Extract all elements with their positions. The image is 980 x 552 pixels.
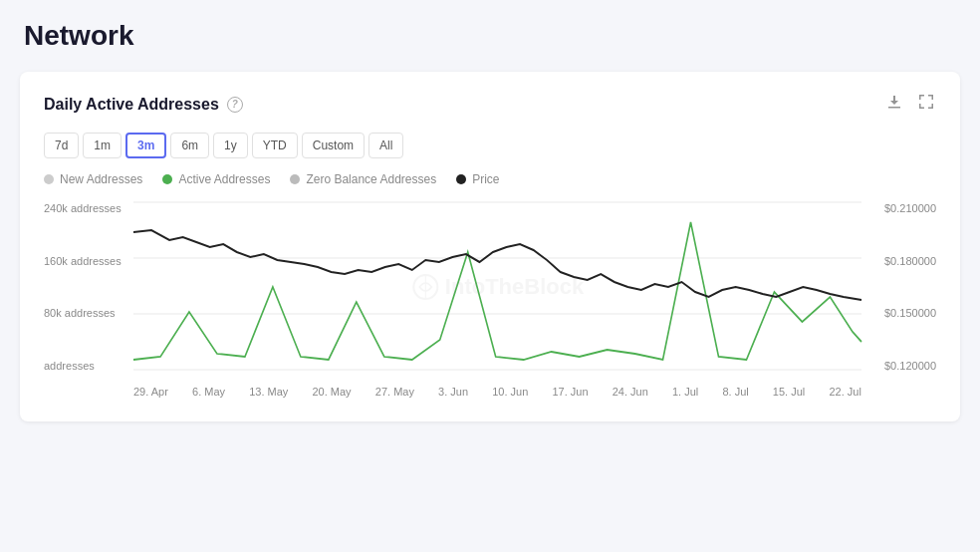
filter-7d[interactable]: 7d [44,133,79,158]
legend-dot-price [456,174,466,184]
legend-dot-zero [290,174,300,184]
chart-container: 240k addresses 160k addresses 80k addres… [44,202,936,402]
x-label-jul22: 22. Jul [829,386,860,398]
help-icon[interactable]: ? [227,97,243,113]
legend-active-addresses: Active Addresses [162,172,270,186]
legend-label-price: Price [472,172,499,186]
legend-label-zero: Zero Balance Addresses [306,172,436,186]
y-label-0: addresses [44,360,133,372]
x-label-may13: 13. May [249,386,288,398]
y-labels-right: $0.210000 $0.180000 $0.150000 $0.120000 [866,202,936,372]
x-label-jul8: 8. Jul [722,386,748,398]
x-label-jul1: 1. Jul [672,386,698,398]
time-filters: 7d 1m 3m 6m 1y YTD Custom All [44,133,936,158]
x-label-jul15: 15. Jul [773,386,805,398]
filter-1y[interactable]: 1y [213,133,248,158]
y-label-160k: 160k addresses [44,255,133,267]
x-label-jun24: 24. Jun [612,386,648,398]
x-label-may27: 27. May [375,386,414,398]
x-label-jun10: 10. Jun [492,386,528,398]
x-label-jun17: 17. Jun [552,386,588,398]
filter-3m[interactable]: 3m [125,133,166,158]
page-title: Network [20,20,960,52]
legend-price: Price [456,172,499,186]
chart-area: IntoTheBlock [133,202,861,372]
x-label-may20: 20. May [312,386,351,398]
filter-custom[interactable]: Custom [302,133,365,158]
legend-zero-balance: Zero Balance Addresses [290,172,436,186]
filter-6m[interactable]: 6m [170,133,209,158]
download-icon[interactable] [884,92,904,117]
legend-label-active: Active Addresses [178,172,270,186]
y-label-012: $0.120000 [866,360,936,372]
card-title: Daily Active Addresses [44,96,219,114]
chart-svg [133,202,861,372]
card-title-row: Daily Active Addresses ? [44,96,243,114]
legend-label-new: New Addresses [60,172,142,186]
x-labels: 29. Apr 6. May 13. May 20. May 27. May 3… [133,372,861,402]
filter-ytd[interactable]: YTD [252,133,298,158]
x-label-may6: 6. May [192,386,225,398]
chart-card: Daily Active Addresses ? 7d 1m 3m 6m 1y … [20,72,960,421]
legend-dot-active [162,174,172,184]
legend: New Addresses Active Addresses Zero Bala… [44,172,936,186]
card-header: Daily Active Addresses ? [44,92,936,117]
x-label-apr29: 29. Apr [133,386,168,398]
y-label-80k: 80k addresses [44,307,133,319]
y-label-021: $0.210000 [866,202,936,214]
card-actions [884,92,936,117]
x-label-jun3: 3. Jun [438,386,468,398]
y-label-240k: 240k addresses [44,202,133,214]
y-label-018: $0.180000 [866,255,936,267]
legend-dot-new [44,174,54,184]
filter-all[interactable]: All [368,133,403,158]
y-labels-left: 240k addresses 160k addresses 80k addres… [44,202,133,372]
legend-new-addresses: New Addresses [44,172,142,186]
expand-icon[interactable] [916,92,936,117]
y-label-015: $0.150000 [866,307,936,319]
filter-1m[interactable]: 1m [83,133,122,158]
